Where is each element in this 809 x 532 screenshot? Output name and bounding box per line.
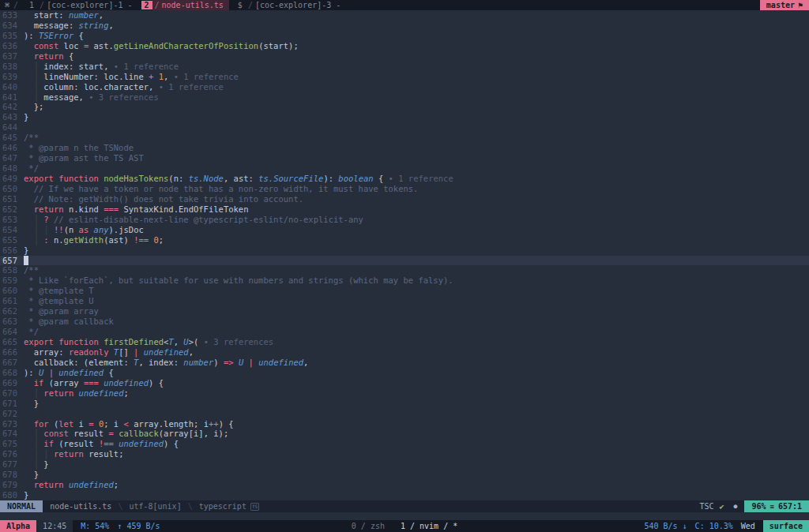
code-line-670[interactable]: 670 │ return undefined; (0, 388, 809, 399)
code-line-642[interactable]: 642 }; (0, 102, 809, 112)
vim-cmdline[interactable] (0, 512, 809, 520)
line-number: 642 (0, 102, 17, 112)
code-line-654[interactable]: 654 │ │ !!(n as any).jsDoc (0, 225, 809, 235)
statusline-separator: \ (118, 502, 122, 511)
code-line-655[interactable]: 655 │ : n.getWidth(ast) !== 0; (0, 235, 809, 245)
code-line-637[interactable]: 637 return { (0, 51, 809, 62)
code-line-638[interactable]: 638 │ index: start, • 1 reference (0, 62, 809, 72)
line-number: 643 (0, 112, 17, 122)
tmux-bottom-window-0[interactable]: 0 / zsh (352, 522, 385, 530)
line-number: 634 (0, 21, 17, 31)
code-line-664[interactable]: 664 */ (0, 327, 809, 337)
line-number: 661 (0, 296, 17, 306)
code-line-649[interactable]: 649export function nodeHasTokens(n: ts.N… (0, 174, 809, 184)
window-name: [coc-explorer]-1 - (47, 1, 135, 9)
session-icon: ⌘ (5, 1, 9, 9)
code-text: │ ? // eslint-disable-next-line @typescr… (24, 215, 363, 225)
code-text: │ index: start, • 1 reference (24, 62, 179, 72)
code-line-675[interactable]: 675 │ if (result !== undefined) { (0, 439, 809, 449)
code-text: │ column: loc.character, • 1 reference (24, 82, 224, 92)
tmux-bottom-window-1[interactable]: 1 / nvim / * (401, 522, 457, 530)
code-line-635[interactable]: 635): TSError { (0, 31, 809, 41)
line-number: 637 (0, 51, 17, 62)
line-number: 673 (0, 419, 17, 429)
vim-statusline: NORMAL node-utils.ts \ utf-8[unix] \ typ… (0, 500, 809, 512)
code-line-633[interactable]: 633 start: number, (0, 10, 809, 21)
code-text: * @template U (24, 296, 94, 306)
code-line-680[interactable]: 680} (0, 490, 809, 500)
code-line-651[interactable]: 651 // Note: getWidth() does not take tr… (0, 194, 809, 204)
line-number: 676 (0, 449, 17, 459)
code-text: }; (24, 102, 43, 112)
code-line-656[interactable]: 656} (0, 245, 809, 256)
tmux-window-$[interactable]: $/[coc-explorer]-3 - (235, 0, 344, 10)
lines-icon: ≡ (769, 503, 773, 511)
code-line-671[interactable]: 671 } (0, 399, 809, 409)
code-line-660[interactable]: 660 * @template T (0, 286, 809, 296)
line-number: 657 (0, 256, 17, 266)
code-line-641[interactable]: 641 │ message, • 3 references (0, 92, 809, 103)
code-line-658[interactable]: 658/** (0, 265, 809, 275)
upload-rate: ↑ 459 B/s (117, 522, 160, 530)
code-line-645[interactable]: 645/** (0, 133, 809, 143)
code-line-676[interactable]: 676 │ │ return result; (0, 449, 809, 459)
line-number: 658 (0, 265, 17, 275)
code-line-650[interactable]: 650 // If we have a token or node that h… (0, 184, 809, 194)
tmux-window-1[interactable]: 1/[coc-explorer]-1 - (26, 0, 135, 10)
code-line-657[interactable]: 657 (0, 256, 809, 266)
code-line-659[interactable]: 659 * Like `forEach`, but suitable for u… (0, 275, 809, 286)
code-text: // If we have a token or node that has a… (24, 184, 418, 194)
code-text: message: string, (24, 21, 114, 31)
code-text: callback: (element: T, index: number) =>… (24, 358, 308, 368)
line-number: 660 (0, 286, 17, 296)
code-line-636[interactable]: 636 const loc = ast.getLineAndCharacterO… (0, 41, 809, 51)
code-line-661[interactable]: 661 * @template U (0, 296, 809, 306)
code-line-674[interactable]: 674 │ const result = callback(array[i], … (0, 429, 809, 439)
line-number: 655 (0, 235, 17, 245)
code-line-644[interactable]: 644 (0, 122, 809, 133)
code-text: * Like `forEach`, but suitable for use w… (24, 275, 453, 286)
git-branch-badge[interactable]: master ⚑ (760, 0, 809, 10)
line-number: 678 (0, 470, 17, 480)
line-number: 671 (0, 399, 17, 409)
code-line-639[interactable]: 639 │ lineNumber: loc.line + 1, • 1 refe… (0, 72, 809, 82)
line-number: 679 (0, 480, 17, 490)
code-line-677[interactable]: 677 │ } (0, 459, 809, 470)
code-line-653[interactable]: 653 │ ? // eslint-disable-next-line @typ… (0, 215, 809, 225)
code-line-646[interactable]: 646 * @param n the TSNode (0, 143, 809, 153)
code-text: const loc = ast.getLineAndCharacterOfPos… (24, 41, 299, 51)
code-line-665[interactable]: 665export function firstDefined<T, U>( •… (0, 337, 809, 347)
line-number: 672 (0, 409, 17, 419)
terminal-screen: ⌘ / 1/[coc-explorer]-1 -2/node-utils.ts$… (0, 0, 809, 532)
code-line-662[interactable]: 662 * @param array (0, 306, 809, 317)
session-name-badge[interactable]: Alpha (0, 520, 36, 532)
code-line-648[interactable]: 648 */ (0, 163, 809, 174)
branch-flag-icon: ⚑ (798, 0, 803, 10)
separator: / (11, 1, 21, 9)
code-line-673[interactable]: 673 for (let i = 0; i < array.length; i+… (0, 419, 809, 429)
line-number: 650 (0, 184, 17, 194)
code-line-678[interactable]: 678 } (0, 470, 809, 480)
code-line-634[interactable]: 634 message: string, (0, 21, 809, 31)
line-number: 668 (0, 368, 17, 378)
code-text: // Note: getWidth() does not take trivia… (24, 194, 303, 204)
code-line-669[interactable]: 669 if (array === undefined) { (0, 378, 809, 388)
code-line-663[interactable]: 663 * @param callback (0, 317, 809, 327)
download-value: 540 B/s (644, 522, 677, 530)
line-number: 654 (0, 225, 17, 235)
tmux-window-2[interactable]: 2/node-utils.ts (141, 0, 229, 10)
code-line-679[interactable]: 679 return undefined; (0, 480, 809, 490)
position-indicator: 96% ≡ 657:1 (744, 500, 809, 512)
code-text: } (24, 399, 39, 409)
memory-usage: M: 54% (81, 522, 109, 530)
code-line-667[interactable]: 667 callback: (element: T, index: number… (0, 358, 809, 368)
code-line-643[interactable]: 643} (0, 112, 809, 122)
code-line-652[interactable]: 652 return n.kind === SyntaxKind.EndOfFi… (0, 204, 809, 215)
tmux-status-top: ⌘ / 1/[coc-explorer]-1 -2/node-utils.ts$… (0, 0, 809, 10)
code-line-666[interactable]: 666 array: readonly T[] | undefined, (0, 347, 809, 358)
line-number: 640 (0, 82, 17, 92)
code-line-647[interactable]: 647 * @param ast the TS AST (0, 153, 809, 163)
code-line-668[interactable]: 668): U | undefined { (0, 368, 809, 378)
code-line-672[interactable]: 672 (0, 409, 809, 419)
code-line-640[interactable]: 640 │ column: loc.character, • 1 referen… (0, 82, 809, 92)
